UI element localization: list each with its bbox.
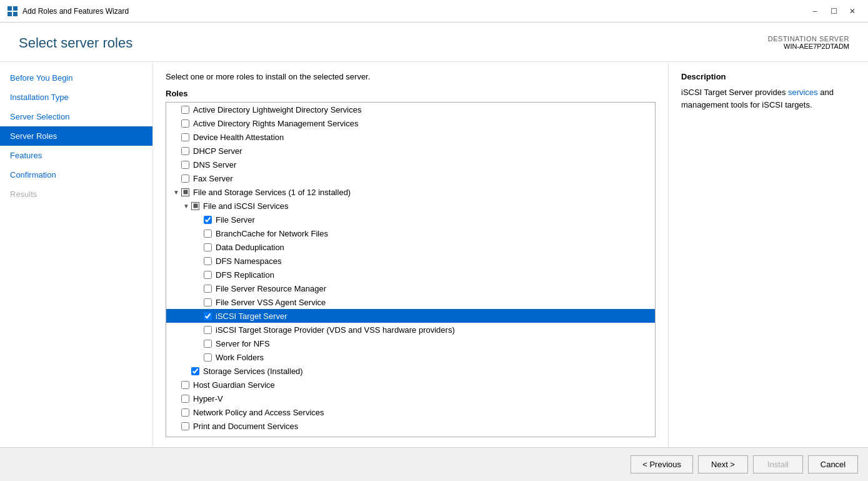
role-checkbox-r7-indeterminate[interactable]	[181, 188, 189, 196]
role-checkbox-r22[interactable]	[181, 395, 189, 403]
sidebar-item-before-you-begin[interactable]: Before You Begin	[0, 68, 152, 88]
sidebar: Before You Begin Installation Type Serve…	[0, 62, 153, 447]
role-checkbox-r18[interactable]	[204, 340, 212, 348]
sidebar-item-installation-type[interactable]: Installation Type	[0, 88, 152, 107]
wizard-container: Select server roles DESTINATION SERVER W…	[0, 23, 868, 481]
list-item[interactable]: ▶ DNS Server	[166, 158, 655, 171]
role-label-r20: Storage Services (Installed)	[203, 367, 303, 376]
content-area: Select one or more roles to install on t…	[153, 62, 868, 447]
list-item[interactable]: ▶ Active Directory Lightweight Directory…	[166, 103, 655, 116]
role-label-r18: Server for NFS	[216, 339, 270, 348]
description-title: Description	[681, 72, 856, 81]
role-checkbox-r2[interactable]	[181, 119, 189, 128]
list-item-selected[interactable]: ▶ iSCSI Target Server	[166, 309, 655, 323]
role-label-r11: Data Deduplication	[216, 243, 284, 252]
role-checkbox-r23[interactable]	[181, 408, 189, 417]
role-label-r1: Active Directory Lightweight Directory S…	[193, 105, 361, 114]
minimize-button[interactable]: –	[807, 5, 823, 18]
role-label-r13: DFS Replication	[216, 270, 274, 280]
role-checkbox-r15[interactable]	[204, 298, 212, 306]
list-item[interactable]: ▼ File and iSCSI Services	[166, 199, 655, 213]
list-item[interactable]: ▶ Active Directory Rights Management Ser…	[166, 116, 655, 130]
window-title: Add Roles and Features Wizard	[22, 7, 807, 16]
role-label-r6: Fax Server	[193, 174, 233, 183]
svg-rect-0	[7, 6, 12, 11]
tree-expander-r8[interactable]: ▼	[181, 201, 191, 211]
role-checkbox-r13[interactable]	[204, 271, 212, 279]
list-item[interactable]: ▶ Hyper-V	[166, 392, 655, 405]
role-checkbox-r11[interactable]	[204, 243, 212, 251]
list-item[interactable]: ▶ File Server	[166, 213, 655, 226]
install-button[interactable]: Install	[753, 455, 803, 473]
list-item[interactable]: ▶ File Server Resource Manager	[166, 281, 655, 295]
role-label-r21: Host Guardian Service	[193, 380, 275, 390]
list-item[interactable]: ▶ File Server VSS Agent Service	[166, 295, 655, 309]
role-checkbox-r24[interactable]	[181, 422, 189, 430]
role-checkbox-r16[interactable]	[204, 312, 212, 320]
maximize-button[interactable]: ☐	[826, 5, 842, 18]
list-item[interactable]: ▶ Network Policy and Access Services	[166, 405, 655, 419]
role-checkbox-r20[interactable]	[191, 367, 199, 375]
role-label-r14: File Server Resource Manager	[216, 284, 326, 293]
svg-rect-3	[13, 12, 17, 16]
description-highlight: services	[788, 88, 818, 97]
list-item[interactable]: ▶ iSCSI Target Storage Provider (VDS and…	[166, 323, 655, 337]
role-label-r5: DNS Server	[193, 160, 236, 170]
role-label-r10: BranchCache for Network Files	[216, 229, 328, 238]
role-label-r17: iSCSI Target Storage Provider (VDS and V…	[216, 325, 455, 335]
role-label-r23: Network Policy and Access Services	[193, 408, 324, 417]
close-button[interactable]: ✕	[844, 5, 861, 18]
role-label-r15: File Server VSS Agent Service	[216, 298, 326, 307]
destination-server-info: DESTINATION SERVER WIN-AEE7P2DTADM	[768, 35, 849, 50]
window-controls: – ☐ ✕	[807, 5, 861, 18]
sidebar-item-server-roles: Server Roles	[0, 126, 152, 146]
list-item[interactable]: ▶ Host Guardian Service	[166, 378, 655, 392]
role-checkbox-r9[interactable]	[204, 216, 212, 224]
role-checkbox-r12[interactable]	[204, 257, 212, 265]
role-label-r16: iSCSI Target Server	[216, 311, 287, 321]
next-button[interactable]: Next >	[698, 455, 748, 473]
svg-rect-1	[13, 6, 17, 11]
main-panel: Select one or more roles to install on t…	[153, 62, 668, 447]
role-checkbox-r17[interactable]	[204, 326, 212, 334]
list-item[interactable]: ▶ Storage Services (Installed)	[166, 364, 655, 378]
instruction-text: Select one or more roles to install on t…	[166, 72, 656, 81]
previous-button[interactable]: < Previous	[631, 455, 693, 473]
sidebar-item-confirmation[interactable]: Confirmation	[0, 165, 152, 185]
role-checkbox-r21[interactable]	[181, 381, 189, 389]
list-item[interactable]: ▶ Print and Document Services	[166, 419, 655, 433]
role-checkbox-r3[interactable]	[181, 133, 189, 141]
role-checkbox-r5[interactable]	[181, 161, 189, 169]
list-item[interactable]: ▶ BranchCache for Network Files	[166, 226, 655, 240]
list-item[interactable]: ▶ DHCP Server	[166, 144, 655, 158]
list-item[interactable]: ▶ Server for NFS	[166, 337, 655, 350]
tree-expander-r7[interactable]: ▼	[171, 187, 181, 197]
role-checkbox-r19[interactable]	[204, 353, 212, 362]
destination-label: DESTINATION SERVER	[768, 35, 849, 43]
list-item[interactable]: ▼ File and Storage Services (1 of 12 ins…	[166, 185, 655, 199]
role-checkbox-r1[interactable]	[181, 106, 189, 114]
role-checkbox-r6[interactable]	[181, 175, 189, 183]
role-checkbox-r14[interactable]	[204, 285, 212, 293]
list-item[interactable]: ▶ Work Folders	[166, 350, 655, 364]
app-icon	[7, 6, 17, 16]
list-item[interactable]: ▶ DFS Replication	[166, 268, 655, 281]
cancel-button[interactable]: Cancel	[808, 455, 858, 473]
list-item[interactable]: ▶ DFS Namespaces	[166, 254, 655, 268]
sidebar-item-results: Results	[0, 185, 152, 204]
wizard-body: Before You Begin Installation Type Serve…	[0, 62, 868, 447]
role-checkbox-r4[interactable]	[181, 147, 189, 155]
role-checkbox-r8-indeterminate[interactable]	[191, 202, 199, 210]
list-item[interactable]: ▶ Device Health Attestation	[166, 130, 655, 144]
description-text: iSCSI Target Server provides services an…	[681, 86, 856, 111]
svg-rect-2	[7, 12, 12, 16]
list-item[interactable]: ▶ Data Deduplication	[166, 240, 655, 254]
sidebar-item-features[interactable]: Features	[0, 146, 152, 165]
sidebar-item-server-selection[interactable]: Server Selection	[0, 107, 152, 126]
role-checkbox-r10[interactable]	[204, 230, 212, 238]
roles-list[interactable]: ▶ Active Directory Lightweight Directory…	[166, 102, 656, 437]
list-item[interactable]: ▶ Fax Server	[166, 171, 655, 185]
role-label-r7: File and Storage Services (1 of 12 insta…	[193, 188, 351, 197]
server-name: WIN-AEE7P2DTADM	[768, 43, 849, 50]
role-label-r9: File Server	[216, 215, 255, 225]
